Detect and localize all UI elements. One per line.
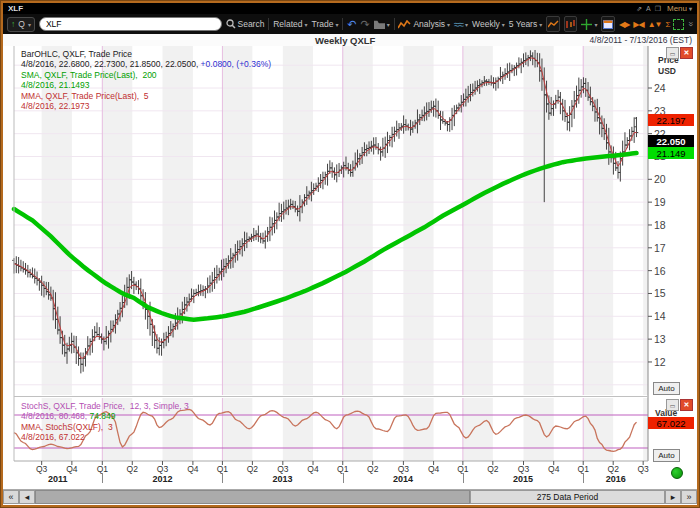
x-axis-year-label: 2015: [513, 474, 533, 484]
search-label: Search: [238, 19, 265, 29]
quarter-shade-band: [583, 398, 613, 461]
legend-line: 4/8/2016, 22.6800, 22.7300, 21.8500, 22.…: [21, 59, 271, 69]
status-dot-icon: [671, 467, 683, 479]
scroll-far-right-button[interactable]: »: [681, 490, 697, 504]
line-chart-tool-button[interactable]: [546, 16, 560, 32]
zigzag-chart-icon: [398, 20, 411, 29]
quarter-shade-band: [643, 46, 648, 395]
price-tick-label: 20: [654, 173, 666, 185]
range-dropdown[interactable]: 5 Years▾: [509, 19, 542, 29]
price-panel-legend: BarOHLC, QXLF, Trade Price4/8/2016, 22.6…: [21, 49, 271, 111]
expand-vertical-icon[interactable]: ▲▼: [648, 20, 662, 29]
scroll-far-left-button[interactable]: «: [3, 490, 19, 504]
x-axis-year-label: 2012: [152, 474, 172, 484]
close-panel-icon[interactable]: ✕: [680, 47, 693, 59]
legend-line: 4/8/2016, 22.1973: [21, 101, 271, 111]
legend-line: BarOHLC, QXLF, Trade Price: [21, 49, 271, 59]
chevron-down-icon: ▾: [465, 21, 468, 28]
range-label: 5 Years: [509, 19, 537, 29]
x-axis-year-label: 2014: [393, 474, 413, 484]
pin-icon[interactable]: ⇗: [636, 5, 642, 13]
scroll-right-button[interactable]: ▸: [665, 490, 681, 504]
symbol-mode-group[interactable]: ↑ Q ▾: [7, 17, 35, 32]
year-separator: [343, 473, 344, 483]
quote-mode-label: Q: [18, 19, 25, 29]
crosshair-dropdown[interactable]: ▾: [581, 19, 597, 30]
search-button[interactable]: Search: [226, 19, 265, 29]
scroll-left-button[interactable]: ◂: [19, 490, 35, 504]
window-tool-button[interactable]: [601, 16, 615, 32]
x-axis-quarter-label: Q3: [157, 464, 168, 474]
restore-icon[interactable]: ❐: [655, 5, 661, 13]
folder-button[interactable]: ▾: [374, 20, 390, 29]
x-axis-quarter-label: Q4: [307, 464, 318, 474]
stoch-panel-controls: ▭ ✕: [666, 399, 693, 411]
value-axis-auto-button[interactable]: Auto: [653, 449, 680, 462]
minimize-panel-icon[interactable]: ▭: [666, 47, 679, 59]
up-arrow-icon: ↑: [11, 19, 15, 29]
x-axis-quarter-label: Q3: [518, 464, 529, 474]
chevron-down-icon: ▾: [447, 21, 450, 28]
window-titlebar: XLF ⇗ A ❐ Menu ▾: [3, 3, 697, 14]
minimize-panel-icon[interactable]: ▭: [666, 399, 679, 411]
chevron-down-icon: ▾: [594, 21, 597, 28]
window-icon: [603, 20, 613, 29]
legend-line: MMA, QXLF, Trade Price(Last), 5: [21, 91, 271, 101]
symbol-mode-chevron-icon: ▾: [28, 21, 31, 28]
x-axis-quarter-label: Q3: [36, 464, 47, 474]
year-separator: [222, 473, 223, 483]
x-axis-year-label: 2011: [48, 474, 68, 484]
zoom-select-icon[interactable]: [673, 19, 684, 30]
price-panel-controls: ▭ ✕: [666, 47, 693, 59]
chevron-down-icon: ▾: [502, 21, 505, 28]
menu-button[interactable]: Menu: [667, 4, 687, 13]
font-icon[interactable]: A: [646, 5, 651, 12]
price-tick-label: 18: [654, 219, 666, 231]
chart-window: Weekly QXLF 4/8/2011 - 7/13/2016 (EST) B…: [3, 34, 697, 505]
main-toolbar: ↑ Q ▾ Search Related▾ Trade▾ ↶ ↷ ▾ Analy…: [3, 14, 697, 34]
quarter-shade-band: [283, 46, 313, 395]
related-dropdown[interactable]: Related▾: [273, 19, 307, 29]
price-axis-unit: USD: [658, 66, 679, 77]
chevron-down-icon: ▾: [335, 21, 338, 28]
x-axis-quarter-label: Q3: [277, 464, 288, 474]
app-window: XLF ⇗ A ❐ Menu ▾ ↑ Q ▾ Search Related▾ T…: [0, 0, 700, 508]
trade-dropdown[interactable]: Trade▾: [312, 19, 339, 29]
horizontal-scrollbar[interactable]: « ◂ 275 Data Period ▸ »: [3, 489, 697, 504]
redo-icon[interactable]: ↷: [360, 19, 369, 29]
undo-icon[interactable]: ↶: [347, 19, 356, 29]
x-axis-quarter-label: Q4: [66, 464, 77, 474]
compress-horizontal-icon[interactable]: ▶◀: [633, 20, 643, 29]
close-panel-icon[interactable]: ✕: [680, 399, 693, 411]
legend-line: SMA, QXLF, Trade Price(Last), 200: [21, 70, 271, 80]
year-separator: [583, 473, 584, 483]
x-axis-quarter-label: Q3: [637, 464, 648, 474]
analysis-dropdown[interactable]: Analysis▾: [398, 19, 450, 29]
quarter-shade-band: [403, 46, 433, 395]
toolbar-overflow-icon[interactable]: »: [685, 21, 695, 26]
expand-horizontal-icon[interactable]: ◀▶: [619, 20, 629, 29]
trade-label: Trade: [312, 19, 334, 29]
price-tick-label: 16: [654, 265, 666, 277]
scrollbar-thumb[interactable]: [35, 490, 470, 504]
year-separator: [463, 473, 464, 483]
interval-label: Weekly: [472, 19, 500, 29]
analysis-label: Analysis: [413, 19, 445, 29]
styles-dropdown[interactable]: ≈≈▾: [454, 19, 468, 30]
legend-line: 4/8/2016, 67.022: [21, 432, 189, 442]
quarter-shade-band: [524, 398, 554, 461]
symbol-input[interactable]: [39, 17, 222, 31]
quarter-shade-band: [283, 398, 313, 461]
x-axis-quarter-label: Q2: [608, 464, 619, 474]
bar-chart-tool-button[interactable]: [564, 16, 578, 32]
data-period-button[interactable]: 275 Data Period: [470, 490, 665, 504]
hourglass-icon[interactable]: Σ: [665, 20, 669, 29]
interval-dropdown[interactable]: Weekly▾: [472, 19, 505, 29]
legend-line: StochS, QXLF, Trade Price, 12, 3, Simple…: [21, 401, 189, 411]
sma-price-flag: 21.149: [648, 147, 694, 159]
x-axis-year-label: 2013: [273, 474, 293, 484]
line-chart-icon: [548, 20, 559, 29]
folder-icon: [374, 20, 385, 29]
price-axis-auto-button[interactable]: Auto: [653, 382, 680, 395]
chevron-down-icon: ▾: [387, 21, 390, 28]
